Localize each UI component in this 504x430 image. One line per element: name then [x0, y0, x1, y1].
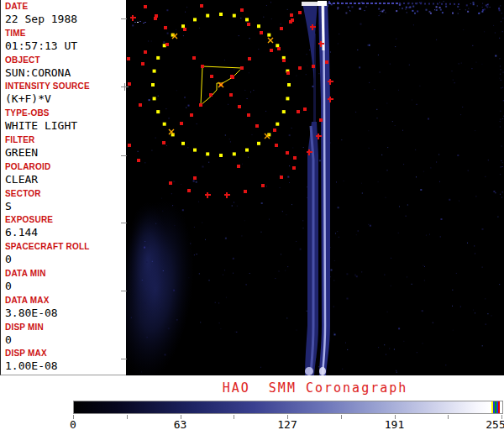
metadata-field: TIME01:57:13 UT [5, 29, 126, 55]
metadata-field: POLAROIDCLEAR [5, 162, 126, 189]
field-value: 3.80E-08 [5, 307, 126, 320]
metadata-field: TYPE-OBSWHITE LIGHT [5, 108, 126, 135]
field-value: WHITE LIGHT [5, 119, 126, 133]
metadata-panel: DATE22 Sep 1988TIME01:57:13 UTOBJECTSUN:… [0, 0, 126, 375]
field-label: DATE [5, 2, 126, 12]
metadata-field: SPACECRAFT ROLL0 [5, 242, 126, 269]
field-value: 6.144 [5, 226, 126, 239]
colorbar-tick [234, 415, 234, 419]
left-axis-tick [121, 291, 127, 291]
metadata-field: DATA MAX3.80E-08 [5, 296, 126, 322]
metadata-field: EXPOSURE6.144 [5, 215, 126, 242]
colorbar-flag-stripe [498, 401, 500, 413]
field-value: 0 [5, 280, 126, 293]
field-label: SPACECRAFT ROLL [5, 242, 126, 252]
smm-coronagraph-viewer: DATE22 Sep 1988TIME01:57:13 UTOBJECTSUN:… [0, 0, 504, 430]
field-value: 22 Sep 1988 [5, 13, 126, 26]
left-axis-cross [124, 83, 125, 91]
field-value: GREEN [5, 146, 126, 160]
field-label: SECTOR [5, 189, 126, 199]
coronagraph-image-area [126, 0, 504, 375]
left-axis-tick [121, 359, 127, 359]
colorbar-tick [341, 415, 342, 419]
field-label: TYPE-OBS [5, 108, 126, 118]
left-axis-tick [121, 223, 127, 223]
field-label: EXPOSURE [5, 215, 126, 225]
field-value: (K+F)*V [5, 92, 126, 106]
field-value: CLEAR [5, 173, 126, 186]
colorbar-label: 127 [277, 418, 297, 430]
field-value: SUN:CORONA [5, 66, 126, 80]
left-axis-tick [121, 155, 127, 156]
field-value: 01:57:13 UT [5, 39, 126, 53]
field-value: S [5, 200, 126, 213]
metadata-field: DATE22 Sep 1988 [5, 2, 126, 29]
metadata-field: INTENSITY SOURCE(K+F)*V [5, 81, 126, 108]
metadata-field: SECTORS [5, 189, 126, 216]
field-label: DISP MIN [5, 322, 126, 333]
field-label: FILTER [5, 135, 126, 145]
coronagraph-svg [126, 0, 504, 375]
colorbar-tick [127, 415, 128, 419]
field-label: POLAROID [5, 162, 126, 172]
field-label: DATA MAX [5, 296, 126, 306]
field-label: OBJECT [5, 55, 126, 66]
colorbar-label: 63 [174, 418, 187, 430]
left-axis-tick [121, 18, 127, 19]
field-label: DATA MIN [5, 269, 126, 279]
colorbar-label: 0 [70, 418, 76, 430]
field-label: INTENSITY SOURCE [5, 81, 126, 92]
field-value: 0 [5, 333, 126, 347]
footer: HAO SMM Coronagraph 063127191255 [0, 375, 504, 430]
intensity-colorbar [73, 401, 503, 414]
metadata-field: DATA MIN0 [5, 269, 126, 296]
colorbar-label: 255 [486, 418, 504, 430]
metadata-field: DISP MIN0 [5, 322, 126, 349]
metadata-field: DISP MAX1.00E-08 [5, 349, 126, 375]
colorbar-gradient [74, 401, 502, 413]
colorbar-label: 191 [385, 418, 404, 430]
field-label: TIME [5, 29, 126, 39]
field-value: 1.00E-08 [5, 359, 126, 373]
field-value: 0 [5, 253, 126, 266]
caption-title: HAO SMM Coronagraph [126, 380, 504, 396]
metadata-field: OBJECTSUN:CORONA [5, 55, 126, 82]
colorbar-tick [448, 415, 449, 419]
field-label: DISP MAX [5, 349, 126, 359]
metadata-field: FILTERGREEN [5, 135, 126, 162]
